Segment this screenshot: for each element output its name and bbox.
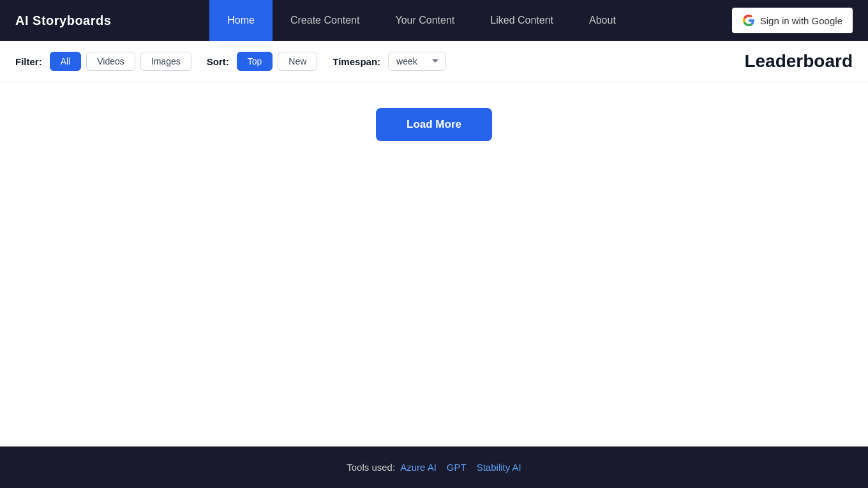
main-content: Load More [0, 82, 868, 446]
google-icon [742, 14, 755, 27]
leaderboard-title: Leaderboard [744, 51, 853, 72]
footer-tools-label: Tools used: [347, 462, 395, 473]
timespan-select[interactable]: day week month all time [388, 52, 446, 71]
nav-links: Home Create Content Your Content Liked C… [209, 0, 634, 41]
filter-all-button[interactable]: All [50, 52, 82, 71]
filter-bar: Filter: All Videos Images Sort: Top New … [0, 41, 868, 82]
load-more-container: Load More [0, 82, 868, 167]
nav-item-create-content[interactable]: Create Content [273, 0, 378, 41]
nav-item-home[interactable]: Home [209, 0, 273, 41]
footer-tools: Tools used: Azure AI GPT Stability AI [10, 462, 858, 473]
footer-link-azure-ai[interactable]: Azure AI [400, 462, 437, 473]
brand-logo[interactable]: AI Storyboards [15, 13, 111, 28]
sort-new-button[interactable]: New [278, 52, 317, 71]
timespan-label: Timespan: [333, 56, 380, 67]
nav-item-liked-content[interactable]: Liked Content [472, 0, 571, 41]
sort-top-button[interactable]: Top [237, 52, 273, 71]
filter-label: Filter: [15, 56, 42, 67]
sort-label: Sort: [207, 56, 229, 67]
filter-images-button[interactable]: Images [140, 52, 191, 71]
load-more-button[interactable]: Load More [376, 108, 492, 141]
nav-item-about[interactable]: About [571, 0, 634, 41]
navbar: AI Storyboards Home Create Content Your … [0, 0, 868, 41]
filter-videos-button[interactable]: Videos [86, 52, 135, 71]
footer-link-gpt[interactable]: GPT [447, 462, 467, 473]
footer: Tools used: Azure AI GPT Stability AI [0, 446, 868, 488]
nav-item-your-content[interactable]: Your Content [377, 0, 472, 41]
sign-in-button[interactable]: Sign in with Google [732, 8, 853, 33]
sign-in-label: Sign in with Google [760, 15, 842, 26]
footer-link-stability-ai[interactable]: Stability AI [477, 462, 521, 473]
